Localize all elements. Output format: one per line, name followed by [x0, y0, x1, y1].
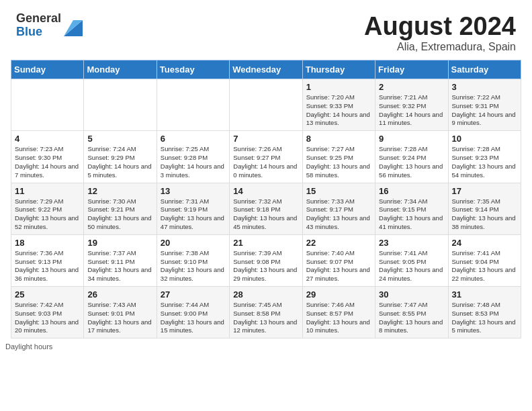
footer-note: Daylight hours — [0, 338, 532, 353]
day-info: Sunrise: 7:39 AM Sunset: 9:08 PM Dayligh… — [233, 249, 298, 283]
logo-blue: Blue — [16, 26, 61, 39]
day-cell: 19Sunrise: 7:37 AM Sunset: 9:11 PM Dayli… — [84, 234, 157, 286]
logo-general: General — [16, 12, 61, 26]
day-number: 13 — [161, 186, 226, 196]
day-number: 2 — [379, 82, 444, 92]
header-friday: Friday — [375, 60, 448, 79]
subtitle: Alia, Extremadura, Spain — [364, 41, 516, 53]
day-info: Sunrise: 7:43 AM Sunset: 9:01 PM Dayligh… — [87, 301, 152, 335]
day-info: Sunrise: 7:25 AM Sunset: 9:28 PM Dayligh… — [161, 145, 226, 179]
day-info: Sunrise: 7:47 AM Sunset: 8:55 PM Dayligh… — [379, 301, 444, 335]
day-number: 4 — [15, 134, 80, 144]
day-info: Sunrise: 7:38 AM Sunset: 9:10 PM Dayligh… — [161, 249, 226, 283]
day-info: Sunrise: 7:29 AM Sunset: 9:22 PM Dayligh… — [15, 197, 80, 232]
day-number: 24 — [452, 238, 517, 248]
day-cell: 26Sunrise: 7:43 AM Sunset: 9:01 PM Dayli… — [84, 287, 157, 338]
day-info: Sunrise: 7:34 AM Sunset: 9:15 PM Dayligh… — [379, 197, 444, 232]
day-info: Sunrise: 7:36 AM Sunset: 9:13 PM Dayligh… — [15, 249, 80, 283]
day-number: 17 — [452, 186, 517, 196]
day-number: 1 — [306, 82, 371, 92]
header-row: SundayMondayTuesdayWednesdayThursdayFrid… — [11, 60, 521, 79]
day-info: Sunrise: 7:31 AM Sunset: 9:19 PM Dayligh… — [161, 197, 226, 232]
day-number: 11 — [15, 186, 80, 196]
week-row-3: 11Sunrise: 7:29 AM Sunset: 9:22 PM Dayli… — [11, 183, 521, 234]
day-cell: 6Sunrise: 7:25 AM Sunset: 9:28 PM Daylig… — [157, 131, 229, 183]
day-cell — [84, 79, 157, 131]
day-cell: 22Sunrise: 7:40 AM Sunset: 9:07 PM Dayli… — [302, 234, 375, 286]
day-cell: 3Sunrise: 7:22 AM Sunset: 9:31 PM Daylig… — [448, 79, 521, 131]
day-info: Sunrise: 7:46 AM Sunset: 8:57 PM Dayligh… — [306, 301, 371, 335]
day-cell: 30Sunrise: 7:47 AM Sunset: 8:55 PM Dayli… — [375, 287, 448, 338]
day-number: 28 — [233, 289, 298, 300]
header-thursday: Thursday — [302, 60, 375, 79]
day-number: 18 — [15, 238, 80, 248]
logo-text: General Blue — [16, 12, 61, 39]
header-saturday: Saturday — [448, 60, 521, 79]
day-cell: 24Sunrise: 7:41 AM Sunset: 9:04 PM Dayli… — [448, 234, 521, 286]
day-number: 9 — [379, 134, 444, 144]
day-cell — [11, 79, 84, 131]
calendar-body: 1Sunrise: 7:20 AM Sunset: 9:33 PM Daylig… — [11, 79, 521, 338]
week-row-5: 25Sunrise: 7:42 AM Sunset: 9:03 PM Dayli… — [11, 287, 521, 338]
day-cell: 15Sunrise: 7:33 AM Sunset: 9:17 PM Dayli… — [302, 183, 375, 234]
day-number: 5 — [87, 134, 152, 144]
day-info: Sunrise: 7:44 AM Sunset: 9:00 PM Dayligh… — [161, 301, 226, 335]
day-number: 27 — [161, 289, 226, 300]
day-cell: 13Sunrise: 7:31 AM Sunset: 9:19 PM Dayli… — [157, 183, 229, 234]
day-number: 7 — [233, 134, 298, 144]
week-row-2: 4Sunrise: 7:23 AM Sunset: 9:30 PM Daylig… — [11, 131, 521, 183]
calendar-wrapper: SundayMondayTuesdayWednesdayThursdayFrid… — [0, 60, 532, 338]
day-cell: 12Sunrise: 7:30 AM Sunset: 9:21 PM Dayli… — [84, 183, 157, 234]
day-cell: 2Sunrise: 7:21 AM Sunset: 9:32 PM Daylig… — [375, 79, 448, 131]
logo-icon — [64, 15, 83, 36]
day-cell — [230, 79, 302, 131]
day-number: 8 — [306, 134, 371, 144]
day-number: 21 — [233, 238, 298, 248]
day-number: 22 — [306, 238, 371, 248]
day-cell: 8Sunrise: 7:27 AM Sunset: 9:25 PM Daylig… — [302, 131, 375, 183]
day-cell: 25Sunrise: 7:42 AM Sunset: 9:03 PM Dayli… — [11, 287, 84, 338]
main-title: August 2024 — [364, 12, 516, 41]
day-number: 14 — [233, 186, 298, 196]
day-number: 31 — [452, 289, 517, 300]
day-info: Sunrise: 7:24 AM Sunset: 9:29 PM Dayligh… — [87, 145, 152, 179]
day-cell: 10Sunrise: 7:28 AM Sunset: 9:23 PM Dayli… — [448, 131, 521, 183]
page-header: General Blue August 2024 Alia, Extremadu… — [0, 0, 532, 60]
day-info: Sunrise: 7:32 AM Sunset: 9:18 PM Dayligh… — [233, 197, 298, 232]
day-number: 10 — [452, 134, 517, 144]
day-cell — [157, 79, 229, 131]
day-info: Sunrise: 7:45 AM Sunset: 8:58 PM Dayligh… — [233, 301, 298, 335]
day-info: Sunrise: 7:41 AM Sunset: 9:05 PM Dayligh… — [379, 249, 444, 283]
day-cell: 28Sunrise: 7:45 AM Sunset: 8:58 PM Dayli… — [230, 287, 302, 338]
header-wednesday: Wednesday — [230, 60, 302, 79]
day-info: Sunrise: 7:26 AM Sunset: 9:27 PM Dayligh… — [233, 145, 298, 179]
day-number: 20 — [161, 238, 226, 248]
day-number: 15 — [306, 186, 371, 196]
day-cell: 4Sunrise: 7:23 AM Sunset: 9:30 PM Daylig… — [11, 131, 84, 183]
day-info: Sunrise: 7:35 AM Sunset: 9:14 PM Dayligh… — [452, 197, 517, 232]
week-row-4: 18Sunrise: 7:36 AM Sunset: 9:13 PM Dayli… — [11, 234, 521, 286]
day-info: Sunrise: 7:23 AM Sunset: 9:30 PM Dayligh… — [15, 145, 80, 179]
day-info: Sunrise: 7:27 AM Sunset: 9:25 PM Dayligh… — [306, 145, 371, 179]
day-info: Sunrise: 7:28 AM Sunset: 9:24 PM Dayligh… — [379, 145, 444, 179]
day-number: 25 — [15, 289, 80, 300]
header-monday: Monday — [84, 60, 157, 79]
day-info: Sunrise: 7:42 AM Sunset: 9:03 PM Dayligh… — [15, 301, 80, 335]
day-cell: 17Sunrise: 7:35 AM Sunset: 9:14 PM Dayli… — [448, 183, 521, 234]
day-number: 29 — [306, 289, 371, 300]
day-info: Sunrise: 7:30 AM Sunset: 9:21 PM Dayligh… — [87, 197, 152, 232]
day-number: 12 — [87, 186, 152, 196]
day-number: 3 — [452, 82, 517, 92]
day-number: 16 — [379, 186, 444, 196]
day-cell: 27Sunrise: 7:44 AM Sunset: 9:00 PM Dayli… — [157, 287, 229, 338]
daylight-label: Daylight hours — [5, 342, 52, 351]
calendar-table: SundayMondayTuesdayWednesdayThursdayFrid… — [11, 60, 521, 338]
day-number: 23 — [379, 238, 444, 248]
day-number: 6 — [161, 134, 226, 144]
header-tuesday: Tuesday — [157, 60, 229, 79]
title-block: August 2024 Alia, Extremadura, Spain — [364, 12, 516, 53]
day-cell: 21Sunrise: 7:39 AM Sunset: 9:08 PM Dayli… — [230, 234, 302, 286]
day-info: Sunrise: 7:21 AM Sunset: 9:32 PM Dayligh… — [379, 93, 444, 128]
week-row-1: 1Sunrise: 7:20 AM Sunset: 9:33 PM Daylig… — [11, 79, 521, 131]
logo: General Blue — [16, 12, 83, 39]
